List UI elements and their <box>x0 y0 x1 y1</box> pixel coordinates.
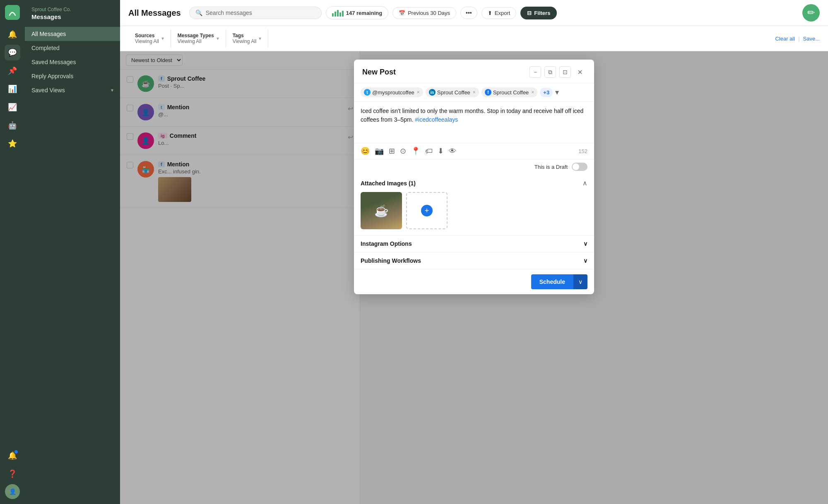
main-content: All Messages 🔍 Search messages 147 remai… <box>120 0 828 504</box>
nav-item-reply-approvals[interactable]: Reply Approvals <box>25 69 120 83</box>
publishing-workflows-header[interactable]: Publishing Workflows ∨ <box>354 252 594 269</box>
search-icon: 🔍 <box>195 10 202 16</box>
sources-filter[interactable]: Sources Viewing All ▾ <box>128 29 171 48</box>
more-options-button[interactable]: ••• <box>460 7 477 19</box>
tags-value: Viewing All <box>233 38 257 44</box>
attached-image[interactable]: ☕ <box>361 192 402 229</box>
chevron-down-icon: ▾ <box>111 87 113 93</box>
publishing-workflows-chevron-icon: ∨ <box>583 257 587 264</box>
draft-label: This is a Draft <box>534 164 568 170</box>
remove-profile-button[interactable]: × <box>531 89 534 95</box>
calendar-icon: 📅 <box>399 10 405 16</box>
profile-handle: @mysproutcoffee <box>372 89 414 96</box>
sidebar-icon-automation[interactable]: 🤖 <box>5 118 20 133</box>
profile-tag-linkedin: in Sprout Coffee × <box>426 87 479 97</box>
remove-profile-button[interactable]: × <box>417 89 420 95</box>
instagram-options-section: Instagram Options ∨ <box>354 235 594 252</box>
sources-chevron-icon: ▾ <box>161 36 164 41</box>
expand-profiles-icon[interactable]: ▾ <box>555 88 559 97</box>
attached-images-label: Attached Images (1) <box>361 180 416 187</box>
preview-button[interactable]: 👁 <box>449 147 456 156</box>
modal-backdrop: New Post − ⧉ ⊡ × t @mysproutcoffee × <box>120 51 828 504</box>
pencil-icon: ✏ <box>807 7 815 18</box>
draft-toggle[interactable] <box>572 163 587 171</box>
sidebar-icon-reports[interactable]: 📈 <box>5 99 20 115</box>
attached-images-section: Attached Images (1) ∧ ☕ + <box>354 174 594 235</box>
filters-button[interactable]: ⊟ Filters <box>520 7 557 19</box>
tags-filter[interactable]: Tags Viewing All ▾ <box>226 29 269 48</box>
attached-images-header[interactable]: Attached Images (1) ∧ <box>354 174 594 192</box>
target-button[interactable]: ⊙ <box>400 146 406 156</box>
compose-button[interactable]: ✏ <box>802 4 820 22</box>
more-profiles-badge[interactable]: +3 <box>540 88 553 97</box>
add-image-placeholder[interactable]: + <box>406 192 448 229</box>
close-button[interactable]: × <box>574 66 586 78</box>
tag-button[interactable]: 🏷 <box>425 147 433 156</box>
sidebar-icon-notifications[interactable]: 🔔 <box>5 26 20 42</box>
modal-header: New Post − ⧉ ⊡ × <box>354 60 594 83</box>
compose-text: Iced coffee isn't limited to only the wa… <box>361 108 583 123</box>
compose-toolbar: 😊 📷 ⊞ ⊙ 📍 🏷 ⬇ 👁 152 <box>354 143 594 159</box>
page-title: All Messages <box>128 8 181 18</box>
profile-handle: Sprout Coffee <box>437 89 470 96</box>
nav-item-all-messages[interactable]: All Messages <box>25 27 120 41</box>
date-range-picker[interactable]: 📅 Previous 30 Days <box>392 7 456 19</box>
modal-controls: − ⧉ ⊡ × <box>530 66 586 78</box>
attached-images-chevron-icon: ∧ <box>582 179 587 187</box>
minimize-button[interactable]: − <box>530 66 541 78</box>
remaining-pill: 147 remaining <box>326 6 388 19</box>
download-button[interactable]: ⬇ <box>438 146 444 156</box>
sidebar-icon-star[interactable]: ⭐ <box>5 136 20 151</box>
clear-all-button[interactable]: Clear all <box>775 36 795 42</box>
remove-profile-button[interactable]: × <box>473 89 476 95</box>
compose-area[interactable]: Iced coffee isn't limited to only the wa… <box>354 102 594 143</box>
sources-label: Sources <box>135 33 159 38</box>
nav-item-saved-views[interactable]: Saved Views ▾ <box>25 83 120 97</box>
sidebar-icon-help[interactable]: ❓ <box>5 466 20 482</box>
coffee-image: ☕ <box>361 192 402 229</box>
module-name: Messages <box>31 13 113 20</box>
message-types-value: Viewing All <box>178 38 214 44</box>
message-types-filter[interactable]: Message Types Viewing All ▾ <box>171 29 226 48</box>
company-label: Sprout Coffee Co. <box>31 7 113 12</box>
save-filter-button[interactable]: Save... <box>803 36 820 42</box>
tags-label: Tags <box>233 33 257 38</box>
schedule-dropdown-button[interactable]: ∨ <box>573 274 587 289</box>
restore-button[interactable]: ⧉ <box>544 66 556 78</box>
location-button[interactable]: 📍 <box>411 146 420 156</box>
tags-chevron-icon: ▾ <box>259 36 261 41</box>
filter-bar: Sources Viewing All ▾ Message Types View… <box>120 26 828 51</box>
emoji-button[interactable]: 😊 <box>361 146 370 156</box>
instagram-options-chevron-icon: ∨ <box>583 240 587 247</box>
sources-value: Viewing All <box>135 38 159 44</box>
nav-item-completed[interactable]: Completed <box>25 41 120 55</box>
new-post-modal: New Post − ⧉ ⊡ × t @mysproutcoffee × <box>354 60 594 294</box>
hashtag: #icedcoffeealays <box>415 116 458 123</box>
instagram-options-header[interactable]: Instagram Options ∨ <box>354 235 594 252</box>
app-logo <box>5 5 20 20</box>
sidebar-icon-bell[interactable]: 🔔 <box>5 448 20 463</box>
search-placeholder: Search messages <box>206 10 252 16</box>
export-label: Export <box>495 10 510 16</box>
nav-panel: Sprout Coffee Co. Messages All Messages … <box>25 0 120 504</box>
images-row: ☕ + <box>354 192 594 235</box>
maximize-button[interactable]: ⊡ <box>559 66 571 78</box>
facebook-dot: f <box>485 89 491 96</box>
grid-button[interactable]: ⊞ <box>389 146 395 156</box>
profile-tag-facebook: f Sprouct Coffee × <box>481 87 538 97</box>
search-box[interactable]: 🔍 Search messages <box>189 7 322 19</box>
user-avatar[interactable]: 👤 <box>5 484 20 499</box>
twitter-dot: t <box>364 89 371 96</box>
export-button[interactable]: ⬆ Export <box>481 7 517 19</box>
sidebar-icon-messages[interactable]: 💬 <box>5 45 20 60</box>
char-count: 152 <box>578 148 587 154</box>
messages-area: Newest to Oldest Oldest to Newest ☕ f Sp… <box>120 51 828 504</box>
add-image-button[interactable]: + <box>421 205 433 216</box>
sidebar-icon-tasks[interactable]: 📌 <box>5 63 20 79</box>
schedule-button[interactable]: Schedule <box>531 274 573 289</box>
remaining-count: 147 remaining <box>346 10 382 16</box>
sidebar-icon-analytics-bar[interactable]: 📊 <box>5 81 20 97</box>
photo-button[interactable]: 📷 <box>375 146 384 156</box>
nav-item-saved-messages[interactable]: Saved Messages <box>25 55 120 69</box>
publishing-workflows-section: Publishing Workflows ∨ <box>354 252 594 269</box>
